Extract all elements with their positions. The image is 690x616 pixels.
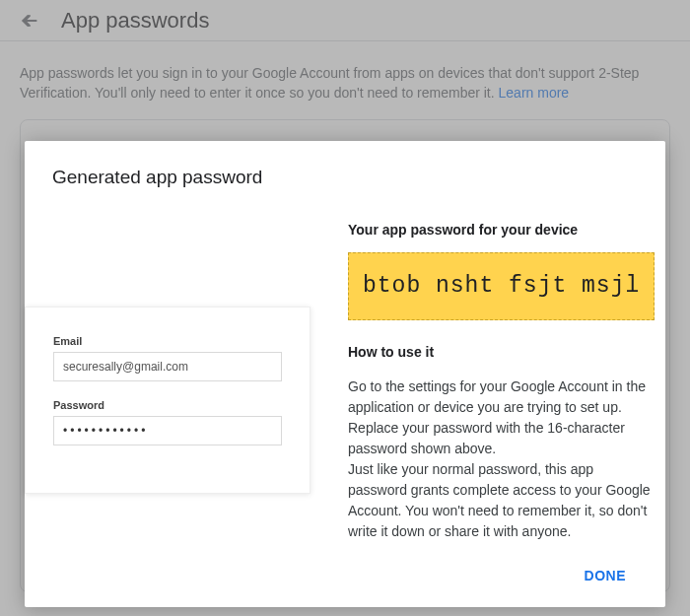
dialog-actions: DONE <box>52 560 638 591</box>
email-field <box>53 352 282 381</box>
dialog-body: Email Password Your app password for you… <box>52 208 638 542</box>
done-button[interactable]: DONE <box>573 560 638 591</box>
howto-text-2: Just like your normal password, this app… <box>348 459 655 542</box>
password-label: Password <box>53 399 282 411</box>
generated-password: btob nsht fsjt msjl <box>348 252 655 320</box>
example-login-card: Email Password <box>25 307 310 494</box>
howto-heading: How to use it <box>348 342 655 363</box>
generated-password-dialog: Generated app password Email Password Yo… <box>25 141 665 607</box>
email-label: Email <box>53 335 282 347</box>
password-field <box>53 416 282 445</box>
howto-text-1: Go to the settings for your Google Accou… <box>348 376 655 459</box>
dialog-title: Generated app password <box>52 167 638 188</box>
device-password-heading: Your app password for your device <box>348 220 655 240</box>
example-login-column: Email Password <box>52 208 318 542</box>
instructions-column: Your app password for your device btob n… <box>348 208 655 542</box>
